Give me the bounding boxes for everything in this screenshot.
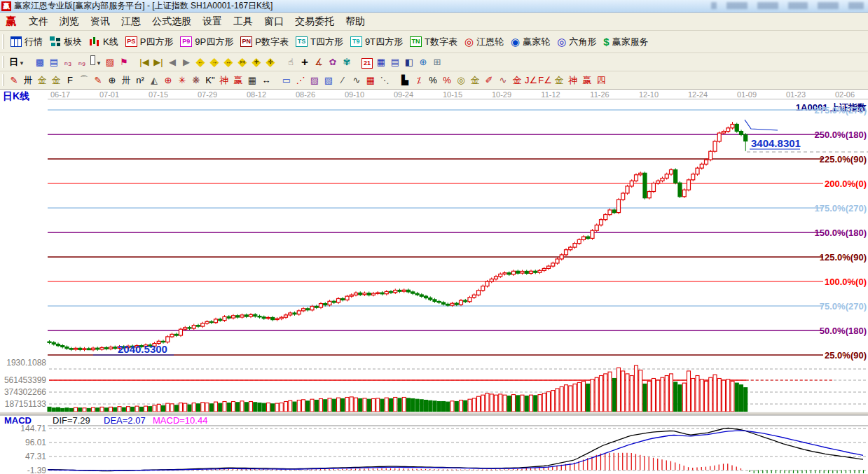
menu-item-0[interactable]: 文件	[23, 13, 54, 30]
fan-box-purple-tool[interactable]: ▨	[308, 74, 322, 88]
fan-box-blue-tool[interactable]: ▧	[322, 74, 336, 88]
spiral-tool[interactable]: ⌒	[77, 74, 91, 88]
compass-circle-tool[interactable]: ⊕	[105, 74, 119, 88]
gold-box-red-tool[interactable]: 金	[510, 74, 524, 88]
last-page-button[interactable]: ▶|	[151, 55, 165, 69]
hatch-lines-tool[interactable]: ⋱	[378, 74, 392, 88]
menu-item-2[interactable]: 资讯	[85, 13, 116, 30]
angle-gold-tool[interactable]: 金∠	[552, 74, 566, 88]
grid-123-tool[interactable]: ▦	[245, 74, 259, 88]
diamond-scroll-right-button[interactable]: ◆→	[207, 55, 221, 69]
print-cart-button[interactable]: ⊞	[430, 55, 444, 69]
toolbar-grip[interactable]	[2, 56, 4, 69]
gold-line-tool[interactable]: 金	[468, 74, 482, 88]
wave-line-tool[interactable]: ∿	[350, 74, 364, 88]
candle	[705, 160, 708, 164]
color-flag-button[interactable]: ⚑	[117, 55, 131, 69]
flag-pen-tool[interactable]: ✐	[482, 74, 496, 88]
angle-j-tool[interactable]: J∠	[524, 74, 538, 88]
grid-red-tool[interactable]: ▦	[364, 74, 378, 88]
diamond-expand-button[interactable]: ◆↔	[221, 55, 235, 69]
gold-gate-tool-2[interactable]: 金	[49, 74, 63, 88]
menu-item-7[interactable]: 窗口	[259, 13, 289, 30]
menu-item-3[interactable]: 江恩	[116, 13, 146, 30]
angle-f-tool[interactable]: F∠	[538, 74, 552, 88]
bars-3-button[interactable]: ₙ₃	[61, 55, 75, 69]
comb-dense-tool[interactable]: 卅	[119, 74, 133, 88]
hand-tool-button[interactable]: ☝	[284, 55, 298, 69]
gold-gate-tool-1[interactable]: 金	[35, 74, 49, 88]
diamond-scroll-left-button[interactable]: ◆←	[193, 55, 207, 69]
cyan-brain-button[interactable]: ✾	[340, 55, 354, 69]
prev-button[interactable]: ◀	[165, 55, 179, 69]
toolbar-grip[interactable]	[2, 74, 4, 87]
menu-item-8[interactable]: 交易委托	[289, 13, 340, 30]
info-clipboard-button[interactable]: ▤	[47, 55, 61, 69]
first-page-button[interactable]: |◀	[137, 55, 151, 69]
period-day-dropdown[interactable]: 日▼	[7, 55, 27, 69]
p-square-button[interactable]: PSP四方形	[122, 34, 177, 50]
winner-service-button[interactable]: $赢家服务	[600, 34, 652, 50]
gann-wheel-button[interactable]: ◎江恩轮	[461, 34, 507, 50]
red-pencil-tool[interactable]: ✎	[7, 74, 21, 88]
winner-wheel-button[interactable]: ◉赢家轮	[507, 34, 553, 50]
percent-line-red-tool[interactable]: %	[440, 74, 454, 88]
percent-tool[interactable]: %	[426, 74, 440, 88]
shen-red-tool[interactable]: 神	[217, 74, 231, 88]
candle-style-dropdown[interactable]: ▼	[89, 55, 103, 69]
menu-item-1[interactable]: 浏览	[54, 13, 85, 30]
ying-red-tool[interactable]: 赢	[231, 74, 245, 88]
angle-shen-tool[interactable]: 神∠	[566, 74, 580, 88]
menu-item-5[interactable]: 设置	[197, 13, 228, 30]
spiderweb-grid-tool[interactable]: ❋	[189, 74, 203, 88]
width-arrows-tool[interactable]: ↔	[259, 74, 273, 88]
angle-ruler-tool[interactable]: ◭	[147, 74, 161, 88]
comb-f-tool[interactable]: F	[63, 74, 77, 88]
blue-frame-tool[interactable]: ▭	[280, 74, 294, 88]
red-pencil-tool-2[interactable]: ✎	[91, 74, 105, 88]
menu-item-9[interactable]: 帮助	[340, 13, 371, 30]
gann-fan-red-tool[interactable]: ⋰	[294, 74, 308, 88]
menu-item-6[interactable]: 工具	[228, 13, 259, 30]
t-square-button[interactable]: TST四方形	[292, 34, 347, 50]
crosshair-circle-red-tool[interactable]: ⊕	[161, 74, 175, 88]
toolbar-grip[interactable]	[2, 34, 4, 50]
trend-line-tool[interactable]: ∕	[336, 74, 350, 88]
t-digit-table-button[interactable]: TNT数字表	[406, 34, 461, 50]
spiderweb-red-tool[interactable]: ✳	[175, 74, 189, 88]
angle-si-tool[interactable]: 四∠	[594, 74, 608, 88]
calculator-button[interactable]: ▦	[374, 55, 388, 69]
angle-measure-button[interactable]: ∡	[312, 55, 326, 69]
quotes-button[interactable]: 行情	[7, 34, 46, 50]
calendar-button[interactable]: 21	[360, 55, 374, 69]
kline-button[interactable]: K线	[85, 34, 122, 50]
percent-slash-red-tool[interactable]: ⁒	[412, 74, 426, 88]
n-squared-tool[interactable]: n²	[133, 74, 147, 88]
save-disk-button[interactable]: ◧	[402, 55, 416, 69]
bars-9-button[interactable]: ₙ₉	[75, 55, 89, 69]
angle-ying-tool[interactable]: 赢∠	[580, 74, 594, 88]
menu-item-4[interactable]: 公式选股	[146, 13, 197, 30]
diamond-compress-all-button[interactable]: ◆✢	[263, 55, 277, 69]
next-button[interactable]: ▶	[179, 55, 193, 69]
notepad-button[interactable]: ▤	[388, 55, 402, 69]
pattern-window-button[interactable]: ▩	[33, 55, 47, 69]
wave-channel-tool[interactable]: ∿	[496, 74, 510, 88]
sectors-button[interactable]: 板块	[46, 34, 85, 50]
kline-chart-canvas[interactable]: 06-1707-0107-1507-2908-1208-2609-1009-24…	[0, 90, 868, 474]
comb-lines-tool[interactable]: 卅	[21, 74, 35, 88]
diamond-compress-button[interactable]: ◆᚛᚜	[235, 55, 249, 69]
step-chart-tool[interactable]: ▙	[398, 74, 412, 88]
gann-k-tool[interactable]: K"	[203, 74, 217, 88]
web-globe-button[interactable]: ⊕	[416, 55, 430, 69]
diamond-expand-all-button[interactable]: ◆✛	[249, 55, 263, 69]
p9-square-button[interactable]: P99P四方形	[177, 34, 237, 50]
crosshair-tool-button[interactable]: +	[298, 55, 312, 69]
hexagon-button[interactable]: ◎六角形	[553, 34, 600, 50]
p-digit-table-button[interactable]: PNP数字表	[237, 34, 292, 50]
purple-tool-button[interactable]: ✿	[326, 55, 340, 69]
t9-square-button[interactable]: T99T四方形	[347, 34, 406, 50]
red-pattern-button[interactable]: ▨	[103, 55, 117, 69]
chart-svg[interactable]: 06-1707-0107-1507-2908-1208-2609-1009-24…	[0, 90, 868, 474]
gold-circle-tool[interactable]: ◎	[454, 74, 468, 88]
